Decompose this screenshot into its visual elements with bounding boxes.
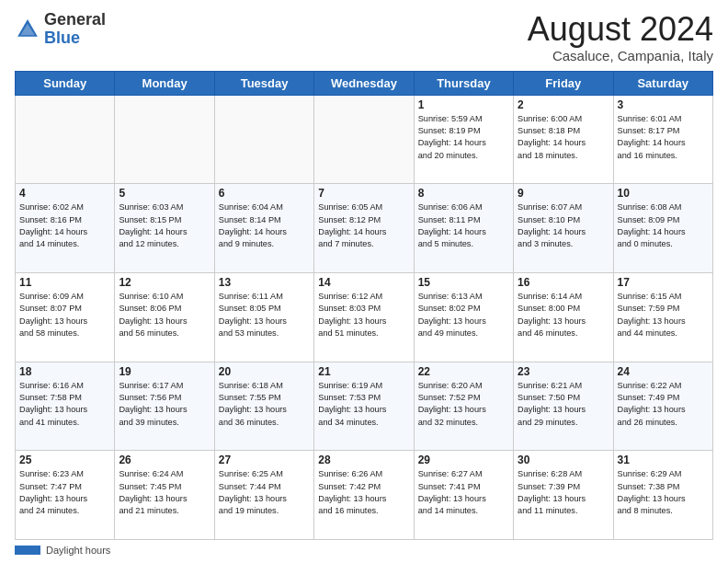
day-number: 22 <box>418 365 509 378</box>
day-number: 26 <box>119 454 210 466</box>
calendar-cell: 3Sunrise: 6:01 AM Sunset: 8:17 PM Daylig… <box>613 95 712 184</box>
day-number: 25 <box>19 454 110 466</box>
calendar-cell: 17Sunrise: 6:15 AM Sunset: 7:59 PM Dayli… <box>613 272 712 362</box>
calendar-cell: 18Sunrise: 6:16 AM Sunset: 7:58 PM Dayli… <box>16 362 115 451</box>
calendar-cell: 24Sunrise: 6:22 AM Sunset: 7:49 PM Dayli… <box>613 362 712 451</box>
calendar-cell <box>214 95 313 184</box>
week-row-3: 11Sunrise: 6:09 AM Sunset: 8:07 PM Dayli… <box>16 272 713 362</box>
col-header-sunday: Sunday <box>16 71 115 95</box>
day-number: 4 <box>19 187 110 200</box>
day-number: 2 <box>518 98 609 111</box>
day-info: Sunrise: 5:59 AM Sunset: 8:19 PM Dayligh… <box>418 113 509 162</box>
col-header-tuesday: Tuesday <box>214 71 313 95</box>
calendar-cell <box>314 95 414 184</box>
col-header-friday: Friday <box>514 71 613 95</box>
day-number: 14 <box>318 276 409 289</box>
day-number: 24 <box>618 365 709 378</box>
calendar-cell: 25Sunrise: 6:23 AM Sunset: 7:47 PM Dayli… <box>16 451 115 540</box>
calendar-cell: 29Sunrise: 6:27 AM Sunset: 7:41 PM Dayli… <box>414 451 513 540</box>
calendar-cell: 19Sunrise: 6:17 AM Sunset: 7:56 PM Dayli… <box>115 362 214 451</box>
day-info: Sunrise: 6:03 AM Sunset: 8:15 PM Dayligh… <box>119 201 210 250</box>
calendar-cell: 15Sunrise: 6:13 AM Sunset: 8:02 PM Dayli… <box>414 272 513 362</box>
day-info: Sunrise: 6:13 AM Sunset: 8:02 PM Dayligh… <box>418 291 509 339</box>
day-info: Sunrise: 6:09 AM Sunset: 8:07 PM Dayligh… <box>19 291 110 339</box>
day-info: Sunrise: 6:11 AM Sunset: 8:05 PM Dayligh… <box>219 291 310 339</box>
day-number: 29 <box>418 454 509 466</box>
week-row-5: 25Sunrise: 6:23 AM Sunset: 7:47 PM Dayli… <box>16 451 713 540</box>
day-info: Sunrise: 6:24 AM Sunset: 7:45 PM Dayligh… <box>119 468 210 517</box>
week-row-2: 4Sunrise: 6:02 AM Sunset: 8:16 PM Daylig… <box>16 184 713 273</box>
day-number: 3 <box>618 98 709 111</box>
calendar-cell: 27Sunrise: 6:25 AM Sunset: 7:44 PM Dayli… <box>214 451 313 540</box>
day-info: Sunrise: 6:05 AM Sunset: 8:12 PM Dayligh… <box>318 201 409 250</box>
month-year: August 2024 <box>528 11 713 48</box>
day-number: 9 <box>518 187 609 200</box>
calendar-cell: 20Sunrise: 6:18 AM Sunset: 7:55 PM Dayli… <box>214 362 313 451</box>
footer: Daylight hours <box>15 545 713 556</box>
day-number: 8 <box>418 187 509 200</box>
page: General Blue August 2024 Casaluce, Campa… <box>0 0 728 563</box>
day-info: Sunrise: 6:08 AM Sunset: 8:09 PM Dayligh… <box>618 201 709 250</box>
day-info: Sunrise: 6:23 AM Sunset: 7:47 PM Dayligh… <box>19 468 110 517</box>
logo-general: General <box>44 11 106 29</box>
col-header-saturday: Saturday <box>613 71 712 95</box>
day-info: Sunrise: 6:28 AM Sunset: 7:39 PM Dayligh… <box>518 468 609 517</box>
day-number: 10 <box>618 187 709 200</box>
day-number: 31 <box>618 454 709 466</box>
day-info: Sunrise: 6:00 AM Sunset: 8:18 PM Dayligh… <box>518 113 609 162</box>
day-info: Sunrise: 6:20 AM Sunset: 7:52 PM Dayligh… <box>418 380 509 429</box>
calendar-cell: 21Sunrise: 6:19 AM Sunset: 7:53 PM Dayli… <box>314 362 414 451</box>
day-number: 12 <box>119 276 210 289</box>
week-row-1: 1Sunrise: 5:59 AM Sunset: 8:19 PM Daylig… <box>16 95 713 184</box>
footer-label: Daylight hours <box>46 545 110 556</box>
day-number: 19 <box>119 365 210 378</box>
day-number: 21 <box>318 365 409 378</box>
location: Casaluce, Campania, Italy <box>528 48 713 63</box>
calendar-cell: 8Sunrise: 6:06 AM Sunset: 8:11 PM Daylig… <box>414 184 513 273</box>
calendar-cell: 4Sunrise: 6:02 AM Sunset: 8:16 PM Daylig… <box>16 184 115 273</box>
day-number: 27 <box>219 454 310 466</box>
calendar-cell: 10Sunrise: 6:08 AM Sunset: 8:09 PM Dayli… <box>613 184 712 273</box>
day-info: Sunrise: 6:16 AM Sunset: 7:58 PM Dayligh… <box>19 380 110 429</box>
header: General Blue August 2024 Casaluce, Campa… <box>15 11 713 63</box>
day-info: Sunrise: 6:15 AM Sunset: 7:59 PM Dayligh… <box>618 291 709 339</box>
logo-blue: Blue <box>44 29 106 48</box>
logo-icon <box>15 17 40 42</box>
day-number: 13 <box>219 276 310 289</box>
day-info: Sunrise: 6:29 AM Sunset: 7:38 PM Dayligh… <box>618 468 709 517</box>
day-number: 28 <box>318 454 409 466</box>
calendar-cell <box>16 95 115 184</box>
day-info: Sunrise: 6:27 AM Sunset: 7:41 PM Dayligh… <box>418 468 509 517</box>
day-info: Sunrise: 6:06 AM Sunset: 8:11 PM Dayligh… <box>418 201 509 250</box>
col-header-thursday: Thursday <box>414 71 513 95</box>
logo: General Blue <box>15 11 106 48</box>
calendar-cell: 28Sunrise: 6:26 AM Sunset: 7:42 PM Dayli… <box>314 451 414 540</box>
day-info: Sunrise: 6:10 AM Sunset: 8:06 PM Dayligh… <box>119 291 210 339</box>
day-number: 15 <box>418 276 509 289</box>
day-number: 18 <box>19 365 110 378</box>
day-info: Sunrise: 6:14 AM Sunset: 8:00 PM Dayligh… <box>518 291 609 339</box>
day-info: Sunrise: 6:22 AM Sunset: 7:49 PM Dayligh… <box>618 380 709 429</box>
calendar-cell: 2Sunrise: 6:00 AM Sunset: 8:18 PM Daylig… <box>514 95 613 184</box>
day-headers-row: SundayMondayTuesdayWednesdayThursdayFrid… <box>16 71 713 95</box>
day-number: 16 <box>518 276 609 289</box>
logo-text: General Blue <box>44 11 106 48</box>
calendar-cell: 5Sunrise: 6:03 AM Sunset: 8:15 PM Daylig… <box>115 184 214 273</box>
day-number: 7 <box>318 187 409 200</box>
calendar-cell: 26Sunrise: 6:24 AM Sunset: 7:45 PM Dayli… <box>115 451 214 540</box>
calendar-cell: 14Sunrise: 6:12 AM Sunset: 8:03 PM Dayli… <box>314 272 414 362</box>
day-number: 11 <box>19 276 110 289</box>
calendar-cell: 31Sunrise: 6:29 AM Sunset: 7:38 PM Dayli… <box>613 451 712 540</box>
calendar-cell: 22Sunrise: 6:20 AM Sunset: 7:52 PM Dayli… <box>414 362 513 451</box>
col-header-monday: Monday <box>115 71 214 95</box>
day-number: 1 <box>418 98 509 111</box>
day-info: Sunrise: 6:19 AM Sunset: 7:53 PM Dayligh… <box>318 380 409 429</box>
calendar-cell: 13Sunrise: 6:11 AM Sunset: 8:05 PM Dayli… <box>214 272 313 362</box>
day-number: 20 <box>219 365 310 378</box>
day-info: Sunrise: 6:02 AM Sunset: 8:16 PM Dayligh… <box>19 201 110 250</box>
day-number: 17 <box>618 276 709 289</box>
calendar-cell <box>115 95 214 184</box>
day-info: Sunrise: 6:17 AM Sunset: 7:56 PM Dayligh… <box>119 380 210 429</box>
day-info: Sunrise: 6:21 AM Sunset: 7:50 PM Dayligh… <box>518 380 609 429</box>
calendar-cell: 6Sunrise: 6:04 AM Sunset: 8:14 PM Daylig… <box>214 184 313 273</box>
